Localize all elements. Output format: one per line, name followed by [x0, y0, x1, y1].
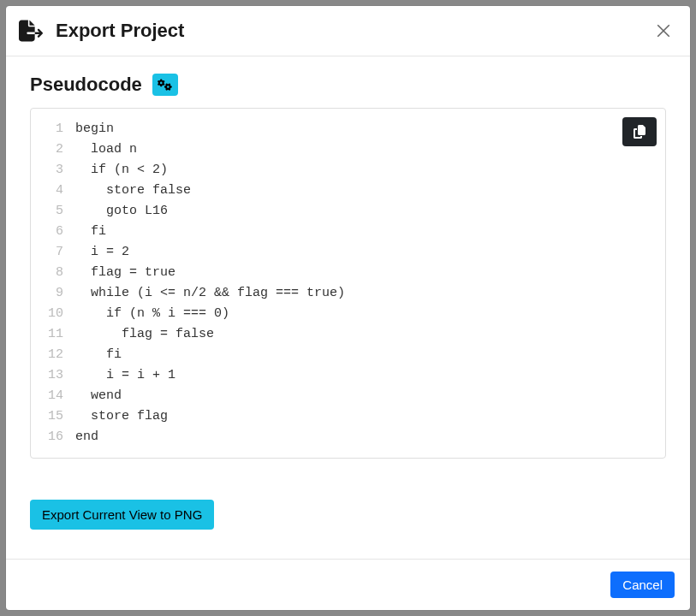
code-lines: begin load n if (n < 2) store false goto…	[75, 119, 665, 447]
line-number: 5	[46, 201, 63, 222]
code-line: load n	[75, 139, 665, 160]
code-line: wend	[75, 386, 665, 406]
code-line: i = i + 1	[75, 365, 665, 386]
gears-icon	[158, 79, 172, 91]
code-line: goto L16	[75, 201, 665, 222]
modal-body: Pseudocode 12345678910111213141516 begin…	[6, 56, 690, 559]
line-number: 8	[46, 263, 63, 283]
code-panel: 12345678910111213141516 begin load n if …	[30, 108, 666, 459]
code-line: while (i <= n/2 && flag === true)	[75, 283, 665, 304]
line-number: 15	[46, 406, 63, 427]
code-line: i = 2	[75, 242, 665, 263]
line-number: 16	[46, 427, 63, 447]
export-modal: Export Project Pseudocode	[6, 6, 690, 610]
line-number: 1	[46, 119, 63, 139]
line-number: 14	[46, 386, 63, 406]
modal-footer: Cancel	[6, 559, 690, 610]
line-number: 3	[46, 160, 63, 181]
line-number: 4	[46, 181, 63, 201]
code-line: fi	[75, 222, 665, 242]
pseudocode-settings-button[interactable]	[152, 74, 178, 96]
line-number: 7	[46, 242, 63, 263]
line-number: 2	[46, 139, 63, 160]
section-title: Pseudocode	[30, 74, 142, 96]
code-line: if (n % i === 0)	[75, 304, 665, 324]
close-button[interactable]	[652, 20, 675, 42]
modal-title-wrap: Export Project	[18, 18, 184, 44]
close-icon	[656, 23, 671, 38]
export-png-button[interactable]: Export Current View to PNG	[30, 500, 214, 530]
code-line: flag = false	[75, 324, 665, 345]
line-number: 9	[46, 283, 63, 304]
cancel-button[interactable]: Cancel	[610, 572, 675, 598]
code-line: end	[75, 427, 665, 447]
line-gutter: 12345678910111213141516	[31, 119, 75, 447]
line-number: 13	[46, 365, 63, 386]
section-header: Pseudocode	[30, 74, 666, 96]
code-line: if (n < 2)	[75, 160, 665, 181]
line-number: 12	[46, 345, 63, 365]
code-line: begin	[75, 119, 665, 139]
copy-button[interactable]	[622, 117, 657, 146]
copy-icon	[633, 125, 646, 139]
line-number: 6	[46, 222, 63, 242]
file-export-icon	[18, 18, 44, 44]
code-line: store false	[75, 181, 665, 201]
code-block: 12345678910111213141516 begin load n if …	[31, 109, 665, 458]
line-number: 11	[46, 324, 63, 345]
code-line: store flag	[75, 406, 665, 427]
modal-header: Export Project	[6, 6, 690, 56]
modal-title: Export Project	[56, 20, 184, 42]
code-line: fi	[75, 345, 665, 365]
code-line: flag = true	[75, 263, 665, 283]
line-number: 10	[46, 304, 63, 324]
